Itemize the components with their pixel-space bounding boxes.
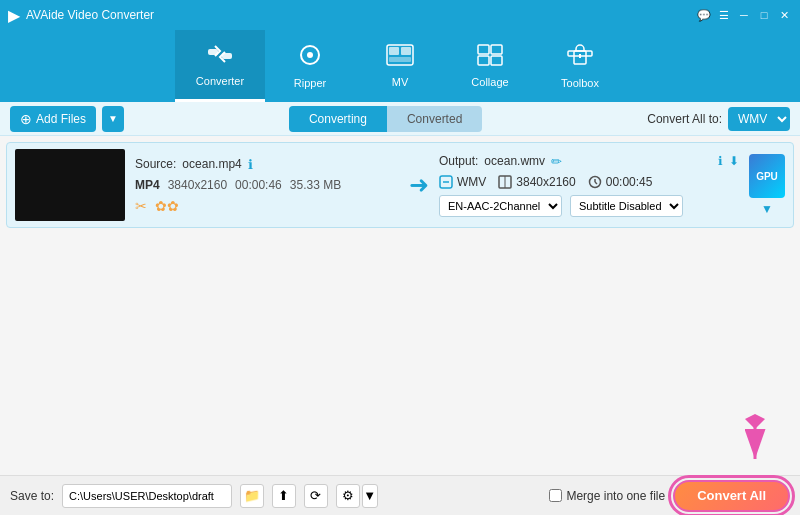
output-duration: 00:00:45 (588, 175, 653, 189)
convert-all-to-label: Convert All to: (647, 112, 722, 126)
file-item: Source: ocean.mp4 ℹ MP4 3840x2160 00:00:… (6, 142, 794, 228)
subheader-left: ⊕ Add Files ▼ (10, 106, 124, 132)
settings-icon-btn[interactable]: ⚙ (336, 484, 360, 508)
output-label: Output: (439, 154, 478, 168)
convert-arrow: ➜ (409, 171, 429, 199)
title-bar: ▶ AVAide Video Converter 💬 ☰ ─ □ ✕ (0, 0, 800, 30)
toolbar-item-mv[interactable]: MV (355, 30, 445, 102)
title-bar-controls[interactable]: 💬 ☰ ─ □ ✕ (696, 7, 792, 23)
app-title: AVAide Video Converter (26, 8, 154, 22)
svg-rect-11 (491, 56, 502, 65)
mv-icon (386, 44, 414, 72)
toolbar-item-converter[interactable]: Converter (175, 30, 265, 102)
source-filename: ocean.mp4 (182, 157, 241, 171)
merge-checkbox[interactable] (549, 489, 562, 502)
output-download-icon[interactable]: ⬇ (729, 154, 739, 168)
save-to-label: Save to: (10, 489, 54, 503)
effect-icon[interactable]: ✿✿ (155, 198, 179, 214)
bottom-bar: Save to: 📁 ⬆ ⟳ ⚙ ▼ Merge into one file C… (0, 475, 800, 515)
format-select[interactable]: WMV MP4 AVI (728, 107, 790, 131)
merge-label: Merge into one file (549, 489, 665, 503)
plus-icon: ⊕ (20, 111, 32, 127)
gpu-button[interactable]: GPU (749, 154, 785, 198)
toolbox-label: Toolbox (561, 77, 599, 89)
collage-label: Collage (471, 76, 508, 88)
maximize-btn[interactable]: □ (756, 7, 772, 23)
output-resolution: 3840x2160 (498, 175, 575, 189)
svg-rect-5 (389, 47, 399, 55)
main-content: Source: ocean.mp4 ℹ MP4 3840x2160 00:00:… (0, 136, 800, 475)
svg-rect-8 (478, 45, 489, 54)
subheader: ⊕ Add Files ▼ Converting Converted Conve… (0, 102, 800, 136)
source-info-icon[interactable]: ℹ (248, 157, 253, 172)
filesize: 35.33 MB (290, 178, 341, 192)
add-files-button[interactable]: ⊕ Add Files (10, 106, 96, 132)
output-format-text: WMV (457, 175, 486, 189)
output-info-icon[interactable]: ℹ (718, 154, 723, 168)
svg-rect-9 (491, 45, 502, 54)
gpu-label: GPU (756, 171, 778, 182)
converter-label: Converter (196, 75, 244, 87)
add-files-label: Add Files (36, 112, 86, 126)
convert-all-button[interactable]: Convert All (673, 480, 790, 512)
minimize-btn[interactable]: ─ (736, 7, 752, 23)
title-bar-left: ▶ AVAide Video Converter (8, 6, 154, 25)
format-badge: MP4 (135, 178, 160, 192)
svg-point-3 (307, 52, 313, 58)
toolbar-item-toolbox[interactable]: Toolbox (535, 30, 625, 102)
main-toolbar: Converter Ripper MV Collage Toolbox (0, 30, 800, 102)
file-info: Source: ocean.mp4 ℹ MP4 3840x2160 00:00:… (135, 157, 399, 214)
resolution: 3840x2160 (168, 178, 227, 192)
ripper-icon (298, 43, 322, 73)
mv-label: MV (392, 76, 409, 88)
save-path-input[interactable] (62, 484, 232, 508)
close-btn[interactable]: ✕ (776, 7, 792, 23)
toolbar-item-ripper[interactable]: Ripper (265, 30, 355, 102)
svg-rect-7 (389, 57, 411, 62)
output-format-badge: WMV (439, 175, 486, 189)
output-filename: ocean.wmv (484, 154, 545, 168)
subheader-right: Convert All to: WMV MP4 AVI (647, 107, 790, 131)
svg-rect-6 (401, 47, 411, 55)
menu-icon[interactable]: ☰ (716, 7, 732, 23)
app-logo: ▶ (8, 6, 20, 25)
toolbox-icon (567, 43, 593, 73)
tab-converted[interactable]: Converted (387, 106, 482, 132)
source-label: Source: (135, 157, 176, 171)
folder-icon-btn[interactable]: 📁 (240, 484, 264, 508)
audio-select[interactable]: EN-AAC-2Channel (439, 195, 562, 217)
output-section: Output: ocean.wmv ✏ ℹ ⬇ WMV 3840x2160 (439, 154, 739, 217)
add-files-dropdown-button[interactable]: ▼ (102, 106, 124, 132)
collage-icon (477, 44, 503, 72)
output-edit-icon[interactable]: ✏ (551, 154, 562, 169)
arrow-up-icon-btn[interactable]: ⬆ (272, 484, 296, 508)
file-thumbnail (15, 149, 125, 221)
file-action-icons: ✂ ✿✿ (135, 198, 399, 214)
toolbar-item-collage[interactable]: Collage (445, 30, 535, 102)
duration: 00:00:46 (235, 178, 282, 192)
settings-group: ⚙ ▼ (336, 484, 378, 508)
file-meta: MP4 3840x2160 00:00:46 35.33 MB (135, 178, 399, 192)
tab-group: Converting Converted (289, 106, 482, 132)
output-detail: WMV 3840x2160 00:00:45 (439, 175, 739, 189)
output-header: Output: ocean.wmv ✏ ℹ ⬇ (439, 154, 739, 169)
tab-converting[interactable]: Converting (289, 106, 387, 132)
svg-line-21 (595, 182, 597, 184)
chat-icon[interactable]: 💬 (696, 7, 712, 23)
refresh-icon-btn[interactable]: ⟳ (304, 484, 328, 508)
cut-icon[interactable]: ✂ (135, 198, 147, 214)
merge-text: Merge into one file (566, 489, 665, 503)
file-source: Source: ocean.mp4 ℹ (135, 157, 399, 172)
subtitle-select[interactable]: Subtitle Disabled (570, 195, 683, 217)
svg-rect-10 (478, 56, 489, 65)
converter-icon (207, 43, 233, 71)
settings-dropdown-btn[interactable]: ▼ (362, 484, 378, 508)
expand-icon[interactable]: ▼ (761, 202, 773, 216)
output-controls: EN-AAC-2Channel Subtitle Disabled (439, 195, 739, 217)
convert-all-container: Convert All (673, 480, 790, 512)
ripper-label: Ripper (294, 77, 326, 89)
